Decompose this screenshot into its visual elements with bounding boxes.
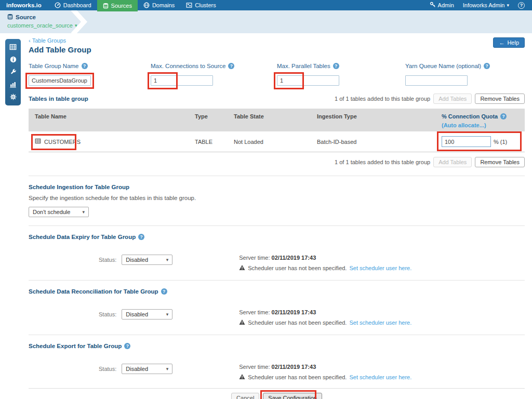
- user-menu[interactable]: Infoworks Admin ▾: [463, 2, 509, 8]
- server-time: Server time: 02/11/2019 17:43: [239, 309, 411, 315]
- set-scheduler-user-link[interactable]: Set scheduler user here.: [349, 320, 411, 326]
- help-circle-icon[interactable]: ?: [82, 63, 88, 69]
- back-to-table-groups-link[interactable]: ‹ Table Groups: [29, 37, 66, 44]
- admin-label: Admin: [438, 2, 454, 8]
- tables-table: Table Name Type Table State Ingestion Ty…: [29, 109, 525, 152]
- table-type-cell: TABLE: [195, 139, 234, 145]
- nav-item-label: Domains: [152, 2, 175, 8]
- tables-count-text: 1 of 1 tables added to this table group: [335, 159, 430, 165]
- status-label: Status:: [99, 255, 116, 263]
- cancel-button[interactable]: Cancel: [231, 393, 259, 399]
- warning-icon: [239, 264, 245, 272]
- remove-tables-button[interactable]: Remove Tables: [475, 94, 525, 104]
- col-header-table-state: Table State: [234, 113, 317, 119]
- top-navbar: infoworks.io Dashboard Sources Domains C…: [0, 0, 532, 10]
- max-parallel-tables-label: Max. Parallel Tables ?: [277, 63, 405, 69]
- breadcrumb-arrow-icon: [71, 10, 88, 35]
- tools-icon[interactable]: [10, 69, 17, 75]
- help-menu[interactable]: ?: [518, 2, 525, 9]
- admin-link[interactable]: Admin: [430, 2, 454, 9]
- help-circle-icon[interactable]: ?: [124, 343, 130, 349]
- charts-icon[interactable]: [9, 81, 17, 88]
- nav-item-label: Clusters: [195, 2, 216, 8]
- data-reconciliation-status-dropdown[interactable]: Disabled ▾: [122, 309, 172, 320]
- schedule-ingestion-section: Schedule Ingestion for Table Group Speci…: [29, 184, 525, 217]
- warning-icon: [239, 319, 245, 326]
- nav-item-label: Sources: [111, 3, 132, 9]
- sidebar: [5, 39, 21, 105]
- breadcrumb-type-label: Source: [16, 14, 36, 20]
- scheduler-warning-text: Scheduler user has not been specified.: [248, 320, 347, 326]
- question-circle-icon: ?: [518, 2, 525, 9]
- main-content: ‹ Table Groups Add Table Group ← Help Ta…: [29, 33, 525, 399]
- quota-suffix: % (1): [494, 139, 507, 145]
- export-status-dropdown[interactable]: Disabled ▾: [122, 364, 172, 374]
- max-connections-input[interactable]: [151, 75, 213, 86]
- nav-item-clusters[interactable]: Clusters: [180, 0, 221, 10]
- col-header-type: Type: [195, 113, 234, 119]
- scheduler-warning-text: Scheduler user has not been specified.: [248, 265, 347, 271]
- help-button[interactable]: ← Help: [493, 37, 525, 48]
- auto-allocate-link[interactable]: (Auto allocate...): [442, 122, 525, 128]
- col-header-table-name: Table Name: [29, 113, 195, 119]
- status-label: Status:: [99, 309, 116, 317]
- info-icon[interactable]: [10, 56, 17, 63]
- set-scheduler-user-link[interactable]: Set scheduler user here.: [349, 265, 411, 271]
- table-name-cell[interactable]: CUSTOMERS: [44, 139, 81, 145]
- table-row: CUSTOMERS TABLE Not Loaded Batch-ID-base…: [29, 131, 525, 152]
- page: infoworks.io Dashboard Sources Domains C…: [0, 0, 532, 399]
- max-parallel-tables-input[interactable]: [277, 75, 339, 86]
- yarn-queue-name-input[interactable]: [405, 75, 468, 86]
- col-header-ingestion-type: Ingestion Type: [317, 113, 442, 119]
- add-tables-button[interactable]: Add Tables: [433, 94, 472, 104]
- help-circle-icon[interactable]: ?: [484, 63, 490, 69]
- scheduler-warning-text: Scheduler user has not been specified.: [248, 374, 347, 380]
- schedule-data-reconciliation-heading: Schedule Data Reconciliation for Table G…: [29, 288, 525, 295]
- warning-icon: [239, 374, 245, 381]
- table-group-name-input[interactable]: [29, 75, 91, 86]
- schedule-export-section: Schedule Export for Table Group ? Status…: [29, 343, 525, 388]
- set-scheduler-user-link[interactable]: Set scheduler user here.: [349, 374, 411, 380]
- schedule-ingestion-dropdown[interactable]: Don't schedule ▾: [29, 207, 89, 217]
- schedule-data-reconciliation-section: Schedule Data Reconciliation for Table G…: [29, 288, 525, 334]
- breadcrumb: Source customers_oracle_source ▾: [0, 10, 532, 33]
- nav-item-label: Dashboard: [63, 2, 91, 8]
- settings-icon[interactable]: [10, 94, 17, 100]
- chevron-down-icon: ▾: [507, 3, 509, 8]
- table-group-form: Table Group Name ? Max. Connections to S…: [29, 63, 525, 86]
- nav-item-sources[interactable]: Sources: [97, 0, 138, 11]
- help-circle-icon[interactable]: ?: [161, 288, 167, 295]
- help-circle-icon[interactable]: ?: [333, 63, 339, 69]
- dashboard-icon: [55, 2, 61, 8]
- nav-item-dashboard[interactable]: Dashboard: [49, 0, 97, 10]
- page-title: Add Table Group: [29, 45, 91, 54]
- tables-icon[interactable]: [9, 44, 17, 50]
- status-label: Status:: [99, 364, 116, 372]
- chevron-left-icon: ‹: [29, 37, 31, 44]
- schedule-ingestion-description: Specify the ingestion schedule for the t…: [29, 195, 525, 201]
- add-tables-button[interactable]: Add Tables: [433, 157, 472, 167]
- source-name: customers_oracle_source: [7, 22, 73, 29]
- help-circle-icon[interactable]: ?: [500, 113, 507, 119]
- database-icon: [7, 14, 13, 21]
- schedule-data-expiry-section: Schedule Data Expiry for Table Group ? S…: [29, 234, 525, 279]
- schedule-data-expiry-heading: Schedule Data Expiry for Table Group ?: [29, 234, 525, 240]
- save-configuration-button[interactable]: Save Configuration: [263, 393, 322, 399]
- key-icon: [430, 2, 436, 9]
- brand-logo[interactable]: infoworks.io: [0, 0, 49, 10]
- remove-tables-button[interactable]: Remove Tables: [475, 157, 525, 167]
- data-expiry-status-dropdown[interactable]: Disabled ▾: [122, 255, 172, 265]
- yarn-queue-name-label: Yarn Queue Name (optional) ?: [405, 63, 525, 69]
- chevron-down-icon: ▾: [166, 367, 169, 371]
- divider: [29, 335, 525, 335]
- nav-item-domains[interactable]: Domains: [138, 0, 180, 10]
- footer-actions: Cancel Save Configuration: [29, 393, 525, 399]
- help-circle-icon[interactable]: ?: [228, 63, 234, 69]
- divider: [29, 388, 525, 389]
- database-icon: [103, 3, 109, 9]
- tables-in-group-heading: Tables in table group: [29, 96, 88, 102]
- connection-quota-input[interactable]: [442, 136, 491, 147]
- chevron-down-icon: ▾: [166, 312, 169, 317]
- table-grid-icon: [35, 138, 41, 145]
- help-circle-icon[interactable]: ?: [138, 234, 144, 240]
